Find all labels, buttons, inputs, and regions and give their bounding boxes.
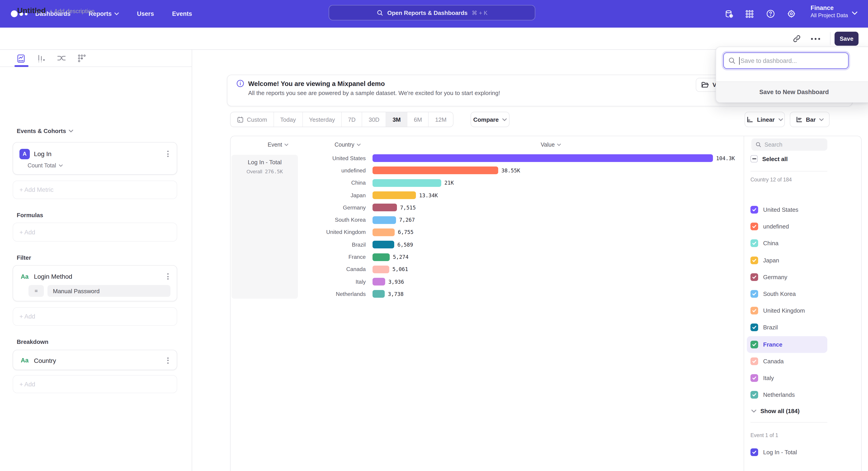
segment-checkbox-row[interactable]: United States [747,201,827,218]
segment-checkbox[interactable] [750,273,758,281]
segment-checkbox-row[interactable]: France [747,336,827,353]
filter-property-name[interactable]: Login Method [34,273,165,280]
segment-search-input[interactable] [765,141,823,148]
project-selector[interactable]: Finance All Project Data [811,4,848,20]
date-range-option[interactable]: Custom [230,112,274,127]
date-range-option[interactable]: 3M [386,112,407,127]
metric-event-name[interactable]: Log In [34,150,165,157]
column-header-event[interactable]: Event [268,142,288,148]
segment-checkbox[interactable] [750,256,758,264]
segment-checkbox-row[interactable]: China [747,235,827,252]
chart-bar[interactable] [373,204,397,211]
segment-checkbox-row[interactable]: Germany [747,269,827,286]
save-dashboard-search-input[interactable] [741,57,844,64]
segment-checkbox[interactable] [750,448,758,456]
filter-card[interactable]: Aa Login Method = Manual Password [13,265,177,301]
add-formula-button[interactable]: + Add [13,223,177,242]
breakdown-card[interactable]: Aa Country [13,350,177,370]
chart-bar[interactable] [373,266,389,273]
project-chevron-down-icon[interactable] [852,11,858,16]
event-total-cell[interactable] [231,155,298,299]
date-range-option[interactable]: 12M [428,112,453,127]
chart-bar-value: 13.34K [419,192,438,198]
segment-checkbox[interactable] [750,324,758,331]
segment-checkbox[interactable] [750,240,758,247]
column-header-breakdown[interactable]: Country [335,142,361,148]
breakdown-kebab-icon[interactable] [165,355,170,365]
segment-checkbox-row[interactable]: undefined [747,218,827,235]
select-all-checkbox[interactable] [750,155,758,163]
segment-checkbox[interactable] [750,206,758,213]
chart-bar[interactable] [373,290,385,298]
segment-checkbox[interactable] [750,374,758,382]
chart-bar-row: Canada 5,061 [298,263,744,275]
chart-bar[interactable] [373,154,713,162]
tab-retention-icon[interactable] [76,53,87,64]
save-dashboard-search[interactable] [723,53,848,69]
show-all-toggle[interactable]: Show all (184) [751,408,800,414]
segment-checkbox-row[interactable]: United Kingdom [747,302,827,319]
select-all-row[interactable]: Select all [750,155,788,163]
segment-checkbox-row[interactable]: Brazil [747,319,827,336]
segment-search[interactable] [751,139,827,151]
date-range-option[interactable]: Today [274,112,302,127]
segment-checkbox[interactable] [750,357,758,365]
data-management-icon[interactable] [724,0,734,28]
segment-checkbox[interactable] [750,223,758,231]
chart-bar[interactable] [373,278,385,286]
date-range-option[interactable]: 6M [407,112,428,127]
metric-aggregation-dropdown[interactable]: Count Total [28,163,177,169]
add-metric-button[interactable]: + Add Metric [13,180,177,199]
report-title[interactable]: Untitled [17,6,46,16]
nav-item[interactable]: Events [172,10,192,17]
chart-bar[interactable] [373,216,396,224]
settings-gear-icon[interactable] [786,0,796,28]
tab-insights-icon[interactable] [16,53,26,64]
chart-bar[interactable] [373,179,441,187]
nav-item[interactable]: Users [137,10,154,17]
chart-bar[interactable] [373,253,390,261]
segment-checkbox-row[interactable]: Japan [747,252,827,268]
filter-value-field[interactable]: Manual Password [48,285,170,297]
add-filter-button[interactable]: + Add [13,307,177,326]
more-options-icon[interactable] [811,37,820,40]
metric-kebab-icon[interactable] [165,149,170,159]
filter-operator-chip[interactable]: = [29,285,44,297]
segment-checkbox-row[interactable]: Log In - Total [747,444,827,461]
chevron-down-icon [751,409,756,413]
chart-bar[interactable] [373,229,395,236]
breakdown-property-name[interactable]: Country [34,357,165,364]
compare-button[interactable]: Compare [471,112,509,127]
add-description-field[interactable]: + Add description... [49,8,99,14]
help-icon[interactable] [766,0,775,28]
segment-checkbox-row[interactable]: Italy [747,370,827,386]
save-to-new-dashboard-button[interactable]: Save to New Dashboard [716,82,868,102]
date-range-option[interactable]: 7D [341,112,362,127]
column-header-value[interactable]: Value [541,142,561,148]
segment-checkbox[interactable] [750,341,758,348]
tab-funnels-icon[interactable] [36,53,46,64]
copy-link-icon[interactable] [793,34,801,43]
line-type-dropdown[interactable]: Linear [745,112,785,127]
events-cohorts-header[interactable]: Events & Cohorts [17,127,73,135]
chart-type-dropdown[interactable]: Bar [790,112,830,127]
filter-kebab-icon[interactable] [165,271,170,282]
segment-checkbox-row[interactable]: Canada [747,353,827,370]
panel-divider [744,136,744,471]
segment-checkbox[interactable] [750,290,758,298]
segment-checkbox-row[interactable]: South Korea [747,286,827,302]
save-button[interactable]: Save [835,32,859,46]
date-range-option[interactable]: Yesterday [302,112,341,127]
segment-checkbox-row[interactable]: Netherlands [747,386,827,403]
apps-grid-icon[interactable] [745,0,754,28]
chart-bar[interactable] [373,241,394,248]
segment-checkbox[interactable] [750,307,758,315]
chart-bar[interactable] [373,167,498,174]
chart-bar[interactable] [373,192,416,199]
tab-flows-icon[interactable] [56,53,67,64]
date-range-option[interactable]: 30D [362,112,386,127]
add-breakdown-button[interactable]: + Add [13,375,177,393]
metric-card[interactable]: A Log In Count Total [13,142,177,175]
segment-checkbox[interactable] [750,391,758,399]
global-search-button[interactable]: Open Reports & Dashboards ⌘ + K [329,5,535,20]
